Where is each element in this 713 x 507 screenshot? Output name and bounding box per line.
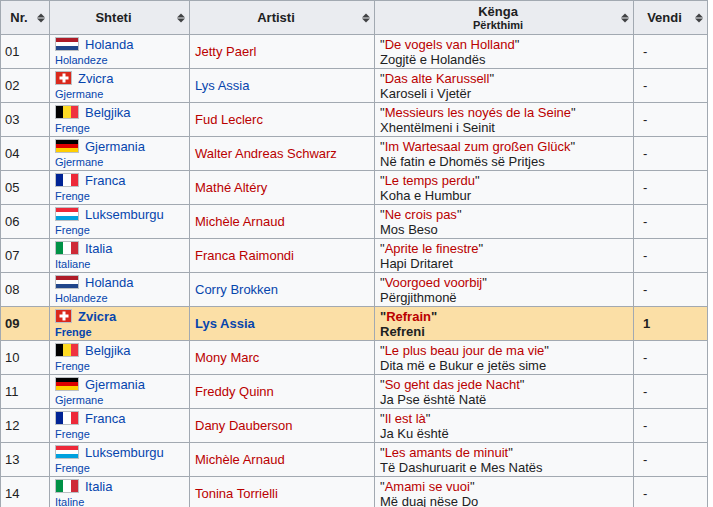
country-link[interactable]: Gjermania: [85, 139, 145, 154]
song-cell: "De vogels van Holland" Zogjtë e Holandë…: [375, 35, 634, 69]
song-link[interactable]: Voorgoed voorbij: [385, 275, 483, 290]
country-link[interactable]: Holanda: [85, 275, 133, 290]
sort-icon[interactable]: [177, 12, 185, 23]
country-flag-icon: [55, 377, 79, 391]
entry-number: 05: [1, 171, 50, 205]
sort-icon[interactable]: [695, 12, 703, 23]
country-cell: Zvicra Gjermane: [50, 69, 190, 103]
song-translation: Dita më e Bukur e jetës sime: [380, 359, 628, 373]
artist-link[interactable]: Tonina Torrielli: [195, 486, 278, 501]
country-link[interactable]: Italia: [85, 479, 112, 494]
table-row: 03 Belgjika Frenge Fud Leclerc "Messieur…: [1, 103, 708, 137]
country-cell: Luksemburgu Frenge: [50, 205, 190, 239]
language-link[interactable]: Italine: [55, 496, 84, 507]
quote-mark: ": [508, 445, 513, 460]
song-link[interactable]: De vogels van Holland: [385, 37, 515, 52]
country-link[interactable]: Gjermania: [85, 377, 145, 392]
song-link[interactable]: Le plus beau jour de ma vie: [385, 343, 545, 358]
artist-link[interactable]: Corry Brokken: [195, 282, 278, 297]
artist-link[interactable]: Dany Dauberson: [195, 418, 293, 433]
artist-link[interactable]: Freddy Quinn: [195, 384, 274, 399]
entry-number: 14: [1, 477, 50, 507]
country-cell: Franca Frenge: [50, 409, 190, 443]
song-link[interactable]: Amami se vuoi: [385, 479, 470, 494]
song-link[interactable]: Im Wartesaal zum großen Glück: [385, 139, 571, 154]
entry-number: 11: [1, 375, 50, 409]
artist-link[interactable]: Michèle Arnaud: [195, 452, 285, 467]
song-cell: "Messieurs les noyés de la Seine" Xhentë…: [375, 103, 634, 137]
language-link[interactable]: Frenge: [55, 462, 90, 474]
place-value: 1: [634, 307, 708, 341]
quote-mark: ": [482, 275, 487, 290]
language-link[interactable]: Gjermane: [55, 156, 103, 168]
song-link[interactable]: Le temps perdu: [385, 173, 475, 188]
language-link[interactable]: Frenge: [55, 122, 90, 134]
language-link[interactable]: Holandeze: [55, 54, 108, 66]
language-link[interactable]: Italiane: [55, 258, 90, 270]
language-link[interactable]: Frenge: [55, 190, 90, 202]
country-link[interactable]: Franca: [85, 173, 125, 188]
country-link[interactable]: Zvicra: [78, 71, 113, 86]
song-link[interactable]: Il est là: [385, 411, 426, 426]
song-link[interactable]: Das alte Karussell: [385, 71, 490, 86]
artist-link[interactable]: Mathé Altéry: [195, 180, 267, 195]
sort-icon[interactable]: [621, 12, 629, 23]
country-link[interactable]: Zvicra: [78, 309, 116, 324]
column-header-artisti[interactable]: Artisti: [190, 1, 375, 35]
country-cell: Luksemburgu Frenge: [50, 443, 190, 477]
quote-mark: ": [489, 71, 494, 86]
entry-number: 09: [1, 307, 50, 341]
artist-link[interactable]: Walter Andreas Schwarz: [195, 146, 337, 161]
song-cell: "Ne crois pas" Mos Beso: [375, 205, 634, 239]
sort-icon[interactable]: [37, 12, 45, 23]
country-link[interactable]: Holanda: [85, 37, 133, 52]
quote-mark: ": [431, 309, 437, 324]
artist-link[interactable]: Fud Leclerc: [195, 112, 263, 127]
language-link[interactable]: Holandeze: [55, 292, 108, 304]
column-header-vendi[interactable]: Vendi: [634, 1, 708, 35]
country-cell: Gjermania Gjermane: [50, 137, 190, 171]
artist-link[interactable]: Lys Assia: [195, 316, 255, 331]
table-row: 06 Luksemburgu Frenge Michèle Arnaud "Ne…: [1, 205, 708, 239]
place-value: -: [634, 477, 708, 507]
country-link[interactable]: Franca: [85, 411, 125, 426]
column-header-shteti[interactable]: Shteti: [50, 1, 190, 35]
country-link[interactable]: Belgjika: [85, 343, 131, 358]
country-link[interactable]: Italia: [85, 241, 112, 256]
language-link[interactable]: Gjermane: [55, 88, 103, 100]
artist-link[interactable]: Jetty Paerl: [195, 44, 256, 59]
song-cell: "Amami se vuoi" Më duaj nëse Do: [375, 477, 634, 507]
country-link[interactable]: Luksemburgu: [85, 207, 164, 222]
artist-cell: Michèle Arnaud: [190, 443, 375, 477]
song-link[interactable]: Les amants de minuit: [385, 445, 509, 460]
language-link[interactable]: Frenge: [55, 326, 92, 338]
artist-link[interactable]: Lys Assia: [195, 78, 249, 93]
song-cell: "Les amants de minuit" Të Dashuruarit e …: [375, 443, 634, 477]
song-translation: Xhentëlmeni i Seinit: [380, 121, 628, 135]
language-link[interactable]: Gjermane: [55, 394, 103, 406]
column-header-kenga[interactable]: Kënga Përkthimi: [375, 1, 634, 35]
language-link[interactable]: Frenge: [55, 360, 90, 372]
entry-number: 02: [1, 69, 50, 103]
country-link[interactable]: Belgjika: [85, 105, 131, 120]
column-header-nr[interactable]: Nr.: [1, 1, 50, 35]
sort-icon[interactable]: [362, 12, 370, 23]
artist-link[interactable]: Michèle Arnaud: [195, 214, 285, 229]
column-header-label: Vendi: [640, 10, 689, 25]
language-link[interactable]: Frenge: [55, 428, 90, 440]
artist-cell: Corry Brokken: [190, 273, 375, 307]
quote-mark: ": [426, 411, 431, 426]
artist-link[interactable]: Franca Raimondi: [195, 248, 294, 263]
song-link[interactable]: Refrain: [386, 309, 431, 324]
language-link[interactable]: Frenge: [55, 224, 90, 236]
song-translation: Përgjithmonë: [380, 291, 628, 305]
song-link[interactable]: Ne crois pas: [385, 207, 457, 222]
artist-cell: Tonina Torrielli: [190, 477, 375, 507]
song-link[interactable]: So geht das jede Nacht: [385, 377, 520, 392]
song-link[interactable]: Aprite le finestre: [385, 241, 479, 256]
table-row: 11 Gjermania Gjermane Freddy Quinn "So g…: [1, 375, 708, 409]
entry-number: 10: [1, 341, 50, 375]
country-link[interactable]: Luksemburgu: [85, 445, 164, 460]
artist-link[interactable]: Mony Marc: [195, 350, 259, 365]
song-link[interactable]: Messieurs les noyés de la Seine: [385, 105, 571, 120]
